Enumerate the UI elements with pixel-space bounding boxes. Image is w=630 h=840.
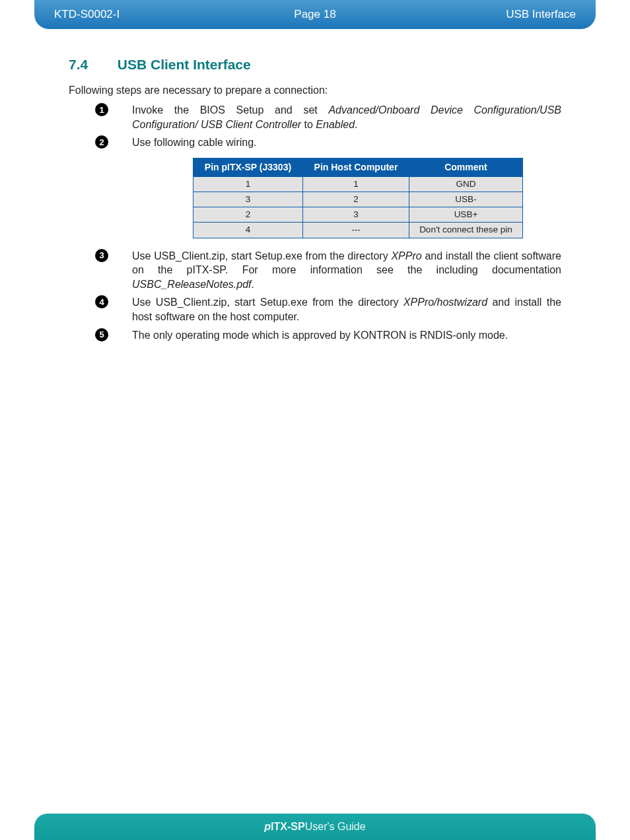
cell: 4	[193, 223, 303, 238]
section-number: 7.4	[69, 57, 114, 73]
cell: 2	[193, 207, 303, 223]
bullet-4-icon: 4	[95, 295, 108, 308]
page-header: KTD-S0002-I Page 18 USB Interface	[34, 0, 596, 29]
th-pin-host: Pin Host Computer	[302, 158, 409, 176]
step-4-text-a: Use USB_Client.zip, start Setup.exe from…	[132, 297, 403, 308]
section-name: USB Interface	[402, 8, 576, 21]
step-5-text: The only operating mode which is approve…	[132, 330, 508, 341]
table-row: 1 1 GND	[193, 176, 523, 192]
table-row: 2 3 USB+	[193, 207, 523, 223]
footer-prefix-ital: p	[264, 821, 271, 833]
page-number: Page 18	[228, 8, 402, 21]
step-3-text-c: .	[252, 279, 254, 290]
step-1-enabled: Enabled	[316, 119, 355, 130]
table-header-row: Pin pITX-SP (J3303) Pin Host Computer Co…	[193, 158, 523, 176]
step-3-doc: USBC_ReleaseNotes.pdf	[132, 279, 252, 290]
footer-rest: User's Guide	[305, 821, 366, 833]
cell: 3	[193, 192, 303, 207]
intro-text: Following steps are necessary to prepare…	[69, 85, 561, 96]
step-3-text-a: Use USB_Client.zip, start Setup.exe from…	[132, 250, 391, 262]
step-1-text-c: .	[355, 119, 357, 130]
step-3-dir: XPPro	[391, 250, 421, 262]
step-3: 3 Use USB_Client.zip, start Setup.exe fr…	[95, 249, 561, 292]
cell: ---	[302, 223, 409, 238]
cell: Don't connect these pin	[409, 223, 522, 238]
footer-prefix-bold: ITX-SP	[271, 821, 305, 833]
doc-code: KTD-S0002-I	[54, 8, 228, 21]
section-title: USB Client Interface	[118, 57, 251, 72]
bullet-1-icon: 1	[95, 103, 108, 116]
th-pin-pitx: Pin pITX-SP (J3303)	[193, 158, 303, 176]
step-2-text: Use following cable wiring.	[132, 137, 257, 148]
step-4: 4 Use USB_Client.zip, start Setup.exe fr…	[95, 295, 561, 324]
bullet-5-icon: 5	[95, 328, 108, 341]
section-heading: 7.4 USB Client Interface	[69, 57, 561, 73]
cell: 3	[302, 207, 409, 223]
bullet-3-icon: 3	[95, 249, 108, 262]
step-5: 5 The only operating mode which is appro…	[95, 328, 561, 343]
cell: GND	[409, 176, 522, 192]
cell: USB+	[409, 207, 522, 223]
wiring-table: Pin pITX-SP (J3303) Pin Host Computer Co…	[193, 158, 523, 238]
page-footer: pITX-SP User's Guide	[34, 814, 596, 840]
cell: 1	[193, 176, 303, 192]
page-content: 7.4 USB Client Interface Following steps…	[69, 57, 561, 346]
cell: 1	[302, 176, 409, 192]
step-1-text-b: to	[301, 119, 316, 130]
step-1-text-a: Invoke the BIOS Setup and set	[132, 104, 328, 116]
cell: 2	[302, 192, 409, 207]
th-comment: Comment	[409, 158, 522, 176]
steps-list: 1 Invoke the BIOS Setup and set Advanced…	[69, 103, 561, 342]
step-4-dir: XPPro/hostwizard	[403, 297, 487, 308]
step-2: 2 Use following cable wiring. Pin pITX-S…	[95, 135, 561, 238]
step-1: 1 Invoke the BIOS Setup and set Advanced…	[95, 103, 561, 131]
bullet-2-icon: 2	[95, 135, 108, 149]
table-row: 3 2 USB-	[193, 192, 523, 207]
table-row: 4 --- Don't connect these pin	[193, 223, 523, 238]
cell: USB-	[409, 192, 522, 207]
